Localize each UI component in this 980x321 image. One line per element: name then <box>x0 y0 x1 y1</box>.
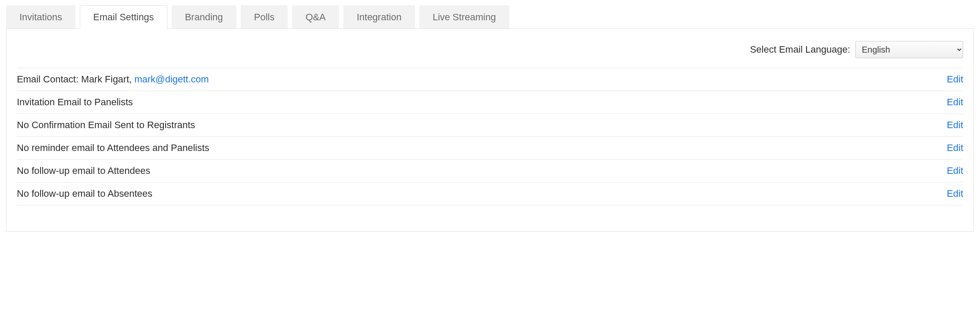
tab-email-settings[interactable]: Email Settings <box>80 5 167 29</box>
settings-panel: Select Email Language: English Email Con… <box>6 28 974 232</box>
language-label: Select Email Language: <box>750 44 850 55</box>
tab-live-streaming[interactable]: Live Streaming <box>419 5 509 29</box>
row-label: No Confirmation Email Sent to Registrant… <box>17 120 195 131</box>
edit-confirmation-registrants[interactable]: Edit <box>947 120 963 131</box>
edit-reminder-attendees-panelists[interactable]: Edit <box>947 142 963 154</box>
row-label: No reminder email to Attendees and Panel… <box>17 142 209 154</box>
email-contact-link[interactable]: mark@digett.com <box>134 74 209 85</box>
row-label: Invitation Email to Panelists <box>17 97 133 108</box>
row-confirmation-registrants: No Confirmation Email Sent to Registrant… <box>17 113 963 136</box>
row-invitation-panelists: Invitation Email to Panelists Edit <box>17 91 963 113</box>
tab-polls[interactable]: Polls <box>241 5 288 29</box>
tab-branding[interactable]: Branding <box>172 5 236 29</box>
tab-bar: Invitations Email Settings Branding Poll… <box>6 5 974 29</box>
edit-email-contact[interactable]: Edit <box>947 74 963 85</box>
row-followup-attendees: No follow-up email to Attendees Edit <box>17 159 963 182</box>
edit-followup-absentees[interactable]: Edit <box>947 188 963 199</box>
edit-invitation-panelists[interactable]: Edit <box>947 97 963 108</box>
email-contact-prefix: Email Contact: <box>17 74 79 85</box>
row-followup-absentees: No follow-up email to Absentees Edit <box>17 182 963 205</box>
tab-invitations[interactable]: Invitations <box>6 5 75 29</box>
tab-integration[interactable]: Integration <box>343 5 415 29</box>
row-label: No follow-up email to Attendees <box>17 165 150 176</box>
row-email-contact: Email Contact: Mark Figart, mark@digett.… <box>17 68 963 91</box>
language-row: Select Email Language: English <box>6 38 974 68</box>
email-contact-name: Mark Figart, <box>81 74 132 85</box>
email-contact-label: Email Contact: Mark Figart, mark@digett.… <box>17 74 209 85</box>
row-reminder-attendees-panelists: No reminder email to Attendees and Panel… <box>17 136 963 159</box>
tab-qa[interactable]: Q&A <box>292 5 339 29</box>
language-select[interactable]: English <box>855 41 963 58</box>
row-label: No follow-up email to Absentees <box>17 188 152 199</box>
edit-followup-attendees[interactable]: Edit <box>947 165 963 176</box>
